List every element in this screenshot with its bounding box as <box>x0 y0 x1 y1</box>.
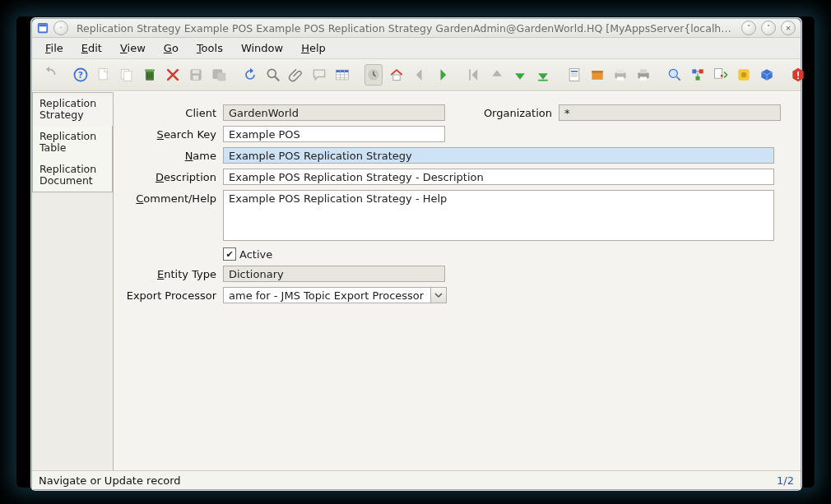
back-icon[interactable] <box>411 64 429 86</box>
label-export-processor: Export Processor <box>118 286 217 304</box>
field-entity-type: Dictionary <box>223 266 445 282</box>
svg-rect-19 <box>393 75 400 81</box>
grid-toggle-icon[interactable] <box>333 64 351 86</box>
svg-rect-27 <box>592 71 602 73</box>
history-icon[interactable] <box>364 64 383 86</box>
svg-rect-30 <box>617 77 624 81</box>
menu-view[interactable]: View <box>112 40 154 56</box>
last-icon[interactable] <box>534 64 552 86</box>
tab-replication-document[interactable]: Replication Document <box>32 159 113 192</box>
statusbar: Navigate or Update record 1/2 <box>32 470 801 489</box>
label-entity-type: Entity Type <box>118 265 217 283</box>
svg-point-41 <box>741 72 747 78</box>
print-icon[interactable] <box>634 64 652 86</box>
menu-go[interactable]: Go <box>156 40 187 56</box>
form-panel: Client GardenWorld Organization * Search… <box>114 92 801 470</box>
chevron-down-icon[interactable] <box>430 287 447 303</box>
combo-export-processor[interactable]: ame for - JMS Topic Export Processor <box>223 287 447 303</box>
menubar: File Edit View Go Tools Window Help <box>32 38 801 59</box>
menu-help[interactable]: Help <box>293 40 334 56</box>
svg-text:?: ? <box>78 70 83 81</box>
field-description[interactable]: Example POS Replication Strategy - Descr… <box>223 169 774 185</box>
menu-tools[interactable]: Tools <box>188 40 231 56</box>
svg-rect-37 <box>696 76 700 81</box>
customize-icon[interactable] <box>735 64 753 86</box>
undo-icon[interactable] <box>40 64 58 86</box>
window-title: Replication Strategy Example POS Example… <box>73 22 736 35</box>
checkbox-active[interactable]: ✔ <box>223 247 236 261</box>
svg-point-44 <box>797 77 799 79</box>
svg-rect-14 <box>217 73 225 81</box>
tab-replication-table[interactable]: Replication Table <box>32 126 113 159</box>
field-client: GardenWorld <box>223 104 445 121</box>
attachment-icon[interactable] <box>287 64 305 86</box>
print-preview-icon[interactable] <box>611 64 629 86</box>
save-new-icon[interactable] <box>210 64 228 86</box>
field-name[interactable]: Example POS Replication Strategy <box>223 147 774 164</box>
up-icon[interactable] <box>488 64 506 86</box>
content-area: Replication Strategy Replication Table R… <box>32 91 801 470</box>
svg-rect-21 <box>538 80 548 81</box>
svg-rect-12 <box>193 76 199 80</box>
svg-rect-2 <box>39 25 47 27</box>
request-icon[interactable] <box>712 64 730 86</box>
svg-rect-17 <box>337 70 349 72</box>
menu-window[interactable]: Window <box>233 40 291 56</box>
delete-icon[interactable] <box>141 64 159 86</box>
home-icon[interactable] <box>388 64 406 86</box>
workflow-icon[interactable] <box>689 64 707 86</box>
archive-icon[interactable] <box>588 64 606 86</box>
new-icon[interactable] <box>95 64 113 86</box>
window-menu-button[interactable]: ◦ <box>53 21 68 35</box>
svg-point-34 <box>669 69 677 77</box>
svg-rect-32 <box>640 69 647 73</box>
refresh-icon[interactable] <box>241 64 259 86</box>
label-name: Name <box>118 146 217 164</box>
maximize-button[interactable]: ˄ <box>761 21 776 35</box>
svg-rect-9 <box>145 69 155 72</box>
menu-file[interactable]: File <box>37 40 72 56</box>
zoom-across-icon[interactable] <box>666 64 684 86</box>
tab-strip: Replication Strategy Replication Table R… <box>32 92 114 470</box>
label-comment: Comment/Help <box>118 189 217 242</box>
field-comment[interactable]: Example POS Replication Strategy - Help <box>223 190 774 241</box>
product-icon[interactable] <box>758 64 776 86</box>
svg-rect-29 <box>617 69 624 73</box>
svg-rect-43 <box>797 72 799 76</box>
application-window: ◦ Replication Strategy Example POS Examp… <box>31 18 801 490</box>
first-icon[interactable] <box>465 64 483 86</box>
help-icon[interactable]: ? <box>72 64 90 86</box>
titlebar: ◦ Replication Strategy Example POS Examp… <box>32 19 801 38</box>
label-client: Client <box>118 104 217 122</box>
svg-rect-33 <box>640 77 647 81</box>
svg-rect-7 <box>124 72 132 81</box>
label-search-key: Search Key <box>118 125 217 143</box>
toolbar: ? <box>32 59 801 91</box>
svg-rect-24 <box>571 73 578 74</box>
svg-rect-5 <box>99 69 107 80</box>
status-message: Navigate or Update record <box>39 474 181 487</box>
svg-rect-22 <box>569 69 579 81</box>
field-search-key[interactable]: Example POS <box>223 126 445 142</box>
down-icon[interactable] <box>511 64 529 86</box>
find-icon[interactable] <box>264 64 282 86</box>
report-icon[interactable] <box>565 64 583 86</box>
chat-icon[interactable] <box>310 64 328 86</box>
copy-icon[interactable] <box>118 64 136 86</box>
field-export-processor[interactable]: ame for - JMS Topic Export Processor <box>223 287 430 303</box>
app-icon <box>37 22 49 34</box>
minimize-button[interactable]: ˅ <box>741 21 756 35</box>
svg-rect-23 <box>571 71 578 72</box>
svg-rect-36 <box>699 69 703 73</box>
forward-icon[interactable] <box>434 64 452 86</box>
checkbox-active-wrap[interactable]: ✔ Active <box>223 246 781 261</box>
svg-rect-20 <box>469 69 471 80</box>
menu-edit[interactable]: Edit <box>73 40 110 56</box>
save-icon[interactable] <box>187 64 205 86</box>
exit-icon[interactable] <box>789 64 807 86</box>
tab-replication-strategy[interactable]: Replication Strategy <box>32 92 113 126</box>
record-counter: 1/2 <box>777 474 794 487</box>
label-organization: Organization <box>453 104 553 122</box>
delete-selection-icon[interactable] <box>164 64 182 86</box>
close-button[interactable]: × <box>781 21 796 35</box>
